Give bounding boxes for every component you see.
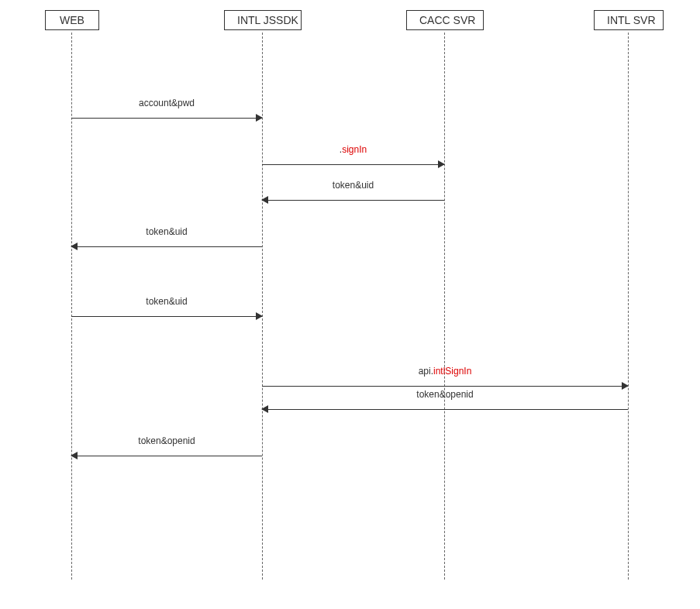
msg-label: .signIn bbox=[262, 144, 444, 155]
participant-web: WEB bbox=[45, 10, 99, 30]
participant-jssdk: INTL JSSDK bbox=[224, 10, 302, 30]
msg-signin: .signIn bbox=[262, 157, 444, 175]
msg-token-uid-3: token&uid bbox=[71, 308, 262, 327]
msg-label: token&openid bbox=[262, 389, 628, 400]
msg-token-uid-1: token&uid bbox=[262, 192, 444, 211]
participant-cacc: CACC SVR bbox=[406, 10, 484, 30]
msg-highlight: intlSignIn bbox=[433, 366, 471, 377]
msg-token-uid-2: token&uid bbox=[71, 239, 262, 257]
lifeline-cacc bbox=[444, 33, 445, 580]
msg-label: token&uid bbox=[262, 180, 444, 191]
msg-label: account&pwd bbox=[71, 98, 262, 108]
lifeline-intl bbox=[628, 33, 629, 580]
participant-intl: INTL SVR bbox=[594, 10, 664, 30]
msg-token-openid-1: token&openid bbox=[262, 401, 628, 420]
msg-label: api.intlSignIn bbox=[262, 366, 628, 377]
msg-label: token&uid bbox=[71, 226, 262, 237]
msg-highlight: signIn bbox=[342, 144, 367, 155]
msg-label: token&uid bbox=[71, 296, 262, 307]
msg-prefix: api. bbox=[419, 366, 433, 377]
msg-token-openid-2: token&openid bbox=[71, 448, 262, 466]
msg-label: token&openid bbox=[71, 435, 262, 446]
msg-account-pwd: account&pwd bbox=[71, 110, 262, 129]
